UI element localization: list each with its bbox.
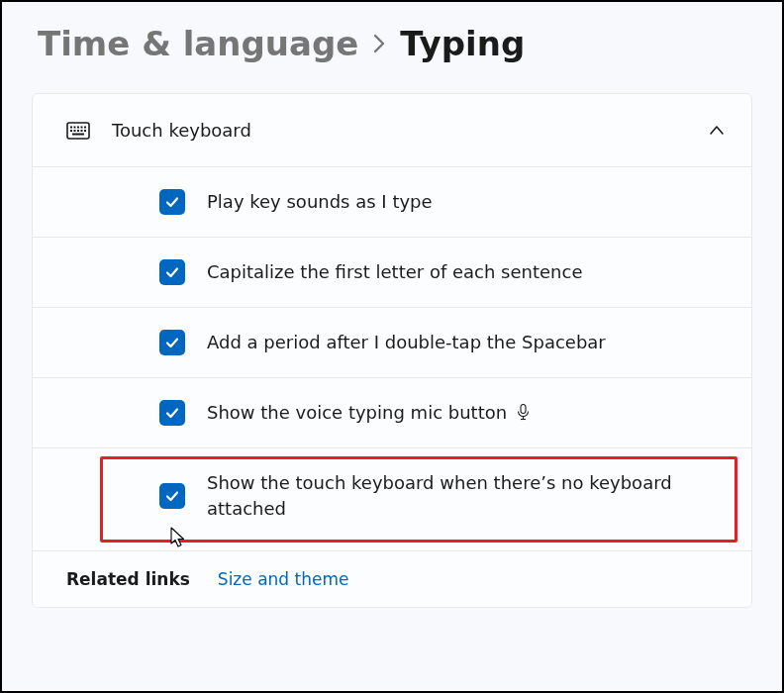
- option-label: Add a period after I double-tap the Spac…: [207, 330, 606, 355]
- option-label: Show the touch keyboard when there’s no …: [207, 470, 682, 522]
- checkbox[interactable]: [159, 400, 185, 426]
- breadcrumb-parent[interactable]: Time & language: [38, 24, 358, 63]
- option-add-period-spacebar[interactable]: Add a period after I double-tap the Spac…: [33, 308, 751, 378]
- svg-rect-8: [77, 130, 79, 132]
- svg-rect-1: [70, 126, 72, 128]
- option-capitalize-first-letter[interactable]: Capitalize the first letter of each sent…: [33, 238, 751, 308]
- related-links-row: Related links Size and theme: [33, 551, 751, 607]
- svg-rect-4: [81, 126, 83, 128]
- checkbox[interactable]: [159, 189, 185, 215]
- svg-rect-6: [70, 130, 72, 132]
- section-title: Touch keyboard: [112, 120, 686, 141]
- option-label: Capitalize the first letter of each sent…: [207, 259, 582, 285]
- keyboard-icon: [66, 122, 90, 140]
- chevron-right-icon: [372, 34, 386, 53]
- checkbox[interactable]: [159, 483, 185, 509]
- svg-rect-2: [74, 126, 76, 128]
- svg-rect-5: [84, 126, 86, 128]
- option-voice-typing-mic[interactable]: Show the voice typing mic button: [33, 378, 751, 448]
- svg-rect-9: [81, 130, 83, 132]
- svg-rect-12: [521, 405, 526, 414]
- svg-rect-7: [74, 130, 76, 132]
- related-links-label: Related links: [66, 569, 190, 589]
- svg-rect-11: [72, 133, 84, 135]
- page-title: Typing: [400, 24, 525, 63]
- touch-keyboard-panel: Touch keyboard Play key sounds as I type…: [32, 93, 752, 608]
- breadcrumb: Time & language Typing: [2, 2, 782, 87]
- link-size-and-theme[interactable]: Size and theme: [218, 569, 349, 589]
- svg-rect-3: [77, 126, 79, 128]
- microphone-icon: [517, 404, 530, 421]
- chevron-up-icon: [708, 122, 726, 140]
- checkbox[interactable]: [159, 330, 185, 355]
- checkbox[interactable]: [159, 259, 185, 285]
- svg-rect-10: [84, 130, 86, 132]
- option-show-touch-keyboard[interactable]: Show the touch keyboard when there’s no …: [33, 448, 751, 550]
- option-label: Show the voice typing mic button: [207, 400, 530, 426]
- option-play-key-sounds[interactable]: Play key sounds as I type: [33, 167, 751, 238]
- cursor-icon: [169, 527, 187, 546]
- touch-keyboard-header[interactable]: Touch keyboard: [33, 94, 751, 167]
- option-label: Play key sounds as I type: [207, 189, 433, 215]
